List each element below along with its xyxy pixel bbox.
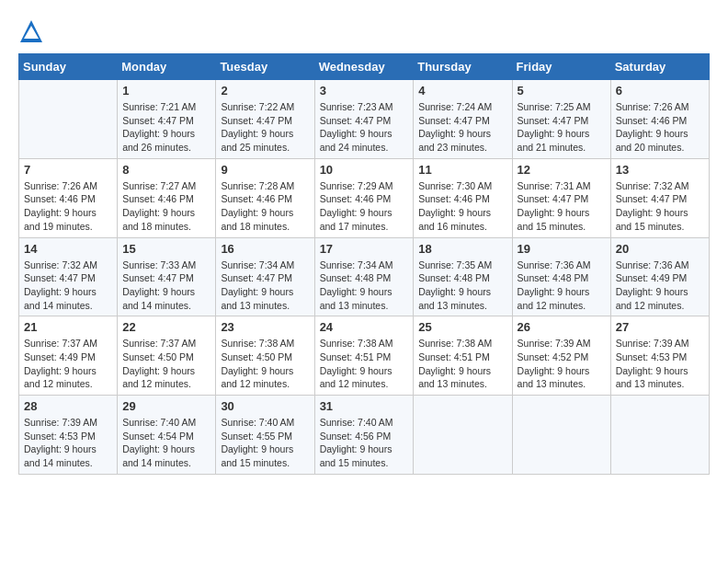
calendar-cell: 28Sunrise: 7:39 AM Sunset: 4:53 PM Dayli… xyxy=(19,396,118,475)
day-number: 2 xyxy=(221,84,309,98)
day-info: Sunrise: 7:40 AM Sunset: 4:54 PM Dayligh… xyxy=(122,416,210,470)
day-info: Sunrise: 7:28 AM Sunset: 4:46 PM Dayligh… xyxy=(221,179,309,234)
calendar-cell: 24Sunrise: 7:38 AM Sunset: 4:51 PM Dayli… xyxy=(314,316,414,396)
day-info: Sunrise: 7:37 AM Sunset: 4:50 PM Dayligh… xyxy=(122,337,210,391)
day-number: 14 xyxy=(24,242,112,256)
day-info: Sunrise: 7:23 AM Sunset: 4:47 PM Dayligh… xyxy=(320,100,409,155)
calendar-cell: 29Sunrise: 7:40 AM Sunset: 4:54 PM Dayli… xyxy=(118,396,216,475)
column-header-wednesday: Wednesday xyxy=(314,54,414,80)
day-number: 31 xyxy=(320,399,409,413)
calendar-cell: 7Sunrise: 7:26 AM Sunset: 4:46 PM Daylig… xyxy=(19,158,118,237)
calendar-cell: 2Sunrise: 7:22 AM Sunset: 4:47 PM Daylig… xyxy=(216,80,314,159)
day-info: Sunrise: 7:40 AM Sunset: 4:55 PM Dayligh… xyxy=(221,416,309,470)
calendar-cell: 31Sunrise: 7:40 AM Sunset: 4:56 PM Dayli… xyxy=(314,396,414,475)
column-header-sunday: Sunday xyxy=(19,54,118,80)
day-info: Sunrise: 7:32 AM Sunset: 4:47 PM Dayligh… xyxy=(24,259,112,313)
calendar-week-3: 14Sunrise: 7:32 AM Sunset: 4:47 PM Dayli… xyxy=(19,237,710,316)
day-info: Sunrise: 7:26 AM Sunset: 4:46 PM Dayligh… xyxy=(24,179,112,234)
calendar-cell: 27Sunrise: 7:39 AM Sunset: 4:53 PM Dayli… xyxy=(610,316,709,396)
day-info: Sunrise: 7:36 AM Sunset: 4:49 PM Dayligh… xyxy=(616,259,704,313)
day-number: 24 xyxy=(320,320,409,334)
calendar-week-2: 7Sunrise: 7:26 AM Sunset: 4:46 PM Daylig… xyxy=(19,158,710,237)
calendar-cell: 4Sunrise: 7:24 AM Sunset: 4:47 PM Daylig… xyxy=(414,80,512,159)
page-header xyxy=(18,18,710,44)
day-info: Sunrise: 7:26 AM Sunset: 4:46 PM Dayligh… xyxy=(616,100,704,155)
day-number: 12 xyxy=(518,163,606,177)
day-number: 29 xyxy=(122,399,210,413)
column-header-tuesday: Tuesday xyxy=(216,54,314,80)
day-number: 3 xyxy=(320,84,409,98)
column-header-saturday: Saturday xyxy=(610,54,709,80)
calendar-week-4: 21Sunrise: 7:37 AM Sunset: 4:49 PM Dayli… xyxy=(19,316,710,396)
day-info: Sunrise: 7:34 AM Sunset: 4:48 PM Dayligh… xyxy=(320,259,409,313)
day-info: Sunrise: 7:25 AM Sunset: 4:47 PM Dayligh… xyxy=(518,100,606,155)
day-number: 10 xyxy=(320,163,409,177)
day-number: 23 xyxy=(221,320,309,334)
day-number: 19 xyxy=(518,242,606,256)
day-info: Sunrise: 7:40 AM Sunset: 4:56 PM Dayligh… xyxy=(320,416,409,470)
day-number: 7 xyxy=(24,163,112,177)
calendar-cell: 8Sunrise: 7:27 AM Sunset: 4:46 PM Daylig… xyxy=(118,158,216,237)
calendar-cell: 9Sunrise: 7:28 AM Sunset: 4:46 PM Daylig… xyxy=(216,158,314,237)
column-header-friday: Friday xyxy=(512,54,610,80)
calendar-cell: 23Sunrise: 7:38 AM Sunset: 4:50 PM Dayli… xyxy=(216,316,314,396)
day-number: 15 xyxy=(122,242,210,256)
day-info: Sunrise: 7:32 AM Sunset: 4:47 PM Dayligh… xyxy=(616,179,704,234)
calendar-cell: 14Sunrise: 7:32 AM Sunset: 4:47 PM Dayli… xyxy=(19,237,118,316)
calendar-table: SundayMondayTuesdayWednesdayThursdayFrid… xyxy=(18,53,710,475)
calendar-cell: 11Sunrise: 7:30 AM Sunset: 4:46 PM Dayli… xyxy=(414,158,512,237)
day-info: Sunrise: 7:27 AM Sunset: 4:46 PM Dayligh… xyxy=(122,179,210,234)
day-info: Sunrise: 7:38 AM Sunset: 4:51 PM Dayligh… xyxy=(418,337,506,391)
day-info: Sunrise: 7:30 AM Sunset: 4:46 PM Dayligh… xyxy=(418,179,506,234)
calendar-cell xyxy=(414,396,512,475)
logo xyxy=(18,18,48,44)
day-number: 21 xyxy=(24,320,112,334)
calendar-cell: 17Sunrise: 7:34 AM Sunset: 4:48 PM Dayli… xyxy=(314,237,414,316)
calendar-cell: 18Sunrise: 7:35 AM Sunset: 4:48 PM Dayli… xyxy=(414,237,512,316)
day-number: 11 xyxy=(418,163,506,177)
calendar-cell: 10Sunrise: 7:29 AM Sunset: 4:46 PM Dayli… xyxy=(314,158,414,237)
calendar-cell: 22Sunrise: 7:37 AM Sunset: 4:50 PM Dayli… xyxy=(118,316,216,396)
calendar-cell xyxy=(512,396,610,475)
calendar-cell xyxy=(610,396,709,475)
calendar-cell: 1Sunrise: 7:21 AM Sunset: 4:47 PM Daylig… xyxy=(118,80,216,159)
day-number: 28 xyxy=(24,399,112,413)
day-info: Sunrise: 7:34 AM Sunset: 4:47 PM Dayligh… xyxy=(221,259,309,313)
day-info: Sunrise: 7:39 AM Sunset: 4:53 PM Dayligh… xyxy=(24,416,112,470)
day-number: 5 xyxy=(518,84,606,98)
day-number: 13 xyxy=(616,163,704,177)
day-number: 17 xyxy=(320,242,409,256)
day-number: 26 xyxy=(518,320,606,334)
logo-icon xyxy=(18,18,44,44)
day-info: Sunrise: 7:37 AM Sunset: 4:49 PM Dayligh… xyxy=(24,337,112,391)
calendar-cell: 25Sunrise: 7:38 AM Sunset: 4:51 PM Dayli… xyxy=(414,316,512,396)
day-number: 1 xyxy=(122,84,210,98)
day-number: 25 xyxy=(418,320,506,334)
day-info: Sunrise: 7:33 AM Sunset: 4:47 PM Dayligh… xyxy=(122,259,210,313)
day-info: Sunrise: 7:31 AM Sunset: 4:47 PM Dayligh… xyxy=(518,179,606,234)
day-number: 27 xyxy=(616,320,704,334)
calendar-cell: 12Sunrise: 7:31 AM Sunset: 4:47 PM Dayli… xyxy=(512,158,610,237)
day-info: Sunrise: 7:21 AM Sunset: 4:47 PM Dayligh… xyxy=(122,100,210,155)
day-info: Sunrise: 7:39 AM Sunset: 4:52 PM Dayligh… xyxy=(518,337,606,391)
day-number: 6 xyxy=(616,84,704,98)
day-number: 20 xyxy=(616,242,704,256)
calendar-cell: 13Sunrise: 7:32 AM Sunset: 4:47 PM Dayli… xyxy=(610,158,709,237)
calendar-cell: 21Sunrise: 7:37 AM Sunset: 4:49 PM Dayli… xyxy=(19,316,118,396)
column-header-thursday: Thursday xyxy=(414,54,512,80)
day-number: 9 xyxy=(221,163,309,177)
day-number: 22 xyxy=(122,320,210,334)
calendar-week-5: 28Sunrise: 7:39 AM Sunset: 4:53 PM Dayli… xyxy=(19,396,710,475)
calendar-cell: 6Sunrise: 7:26 AM Sunset: 4:46 PM Daylig… xyxy=(610,80,709,159)
day-info: Sunrise: 7:22 AM Sunset: 4:47 PM Dayligh… xyxy=(221,100,309,155)
day-info: Sunrise: 7:35 AM Sunset: 4:48 PM Dayligh… xyxy=(418,259,506,313)
day-info: Sunrise: 7:38 AM Sunset: 4:51 PM Dayligh… xyxy=(320,337,409,391)
day-number: 4 xyxy=(418,84,506,98)
column-header-monday: Monday xyxy=(118,54,216,80)
calendar-cell: 16Sunrise: 7:34 AM Sunset: 4:47 PM Dayli… xyxy=(216,237,314,316)
day-number: 30 xyxy=(221,399,309,413)
calendar-cell: 30Sunrise: 7:40 AM Sunset: 4:55 PM Dayli… xyxy=(216,396,314,475)
calendar-header-row: SundayMondayTuesdayWednesdayThursdayFrid… xyxy=(19,54,710,80)
calendar-cell xyxy=(19,80,118,159)
calendar-cell: 26Sunrise: 7:39 AM Sunset: 4:52 PM Dayli… xyxy=(512,316,610,396)
